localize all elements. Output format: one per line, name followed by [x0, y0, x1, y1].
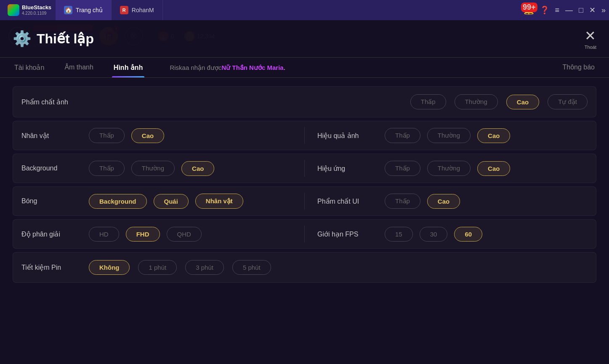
notification-button[interactable]: 🔔 99+: [524, 5, 534, 15]
setting-row-do-phan-giai: Độ phân giải HD FHD QHD Giới hạn FPS 15 …: [13, 219, 596, 249]
label-tiet-kiem-pin: Tiết kiệm Pin: [21, 263, 89, 271]
opt-hu-thuong[interactable]: Thường: [427, 161, 471, 176]
setting-half-hieu-ung: Hiệu ứng Thấp Thường Cao: [317, 161, 588, 176]
opt-hqa-cao[interactable]: Cao: [477, 128, 510, 143]
setting-row-nhan-vat: Nhân vật Thấp Cao Hiệu quả ảnh Thấp Thườ…: [13, 121, 596, 150]
opt-tkp-1p[interactable]: 1 phút: [138, 260, 177, 275]
label-fps: Giới hạn FPS: [317, 230, 385, 238]
setting-half-do-phan-giai: Độ phân giải HD FHD QHD: [21, 227, 292, 242]
close-window-button[interactable]: ✕: [589, 5, 596, 15]
tab-hinh-anh[interactable]: Hình ảnh: [112, 58, 145, 77]
options-bong: Background Quái Nhân vật: [89, 194, 292, 209]
opt-hqa-thap[interactable]: Thấp: [385, 128, 420, 143]
opt-dpg-hd[interactable]: HD: [89, 227, 119, 242]
tab-am-thanh[interactable]: Âm thanh: [63, 58, 95, 77]
opt-bg-cao[interactable]: Cao: [181, 161, 214, 176]
settings-header: ⚙️ Thiết lập ✕ Thoát: [0, 20, 609, 58]
label-background: Background: [21, 165, 89, 172]
tab-home[interactable]: 🏠 Trang chủ: [56, 0, 112, 20]
opt-hu-cao[interactable]: Cao: [477, 161, 510, 176]
close-x-icon: ✕: [585, 28, 596, 44]
game-icon: R: [120, 6, 128, 14]
more-button[interactable]: »: [601, 6, 606, 15]
opt-pcu-thap[interactable]: Thấp: [385, 194, 420, 209]
close-label: Thoát: [585, 45, 596, 50]
notification-badge: 99+: [521, 3, 537, 12]
app-name: BlueStacks: [22, 5, 51, 11]
options-tiet-kiem-pin: Không 1 phút 3 phút 5 phút: [89, 260, 588, 275]
opt-nhan-vat-cao[interactable]: Cao: [131, 128, 164, 143]
opt-bg-thuong[interactable]: Thường: [131, 161, 175, 176]
opt-bong-background[interactable]: Background: [89, 194, 147, 209]
label-pham-chat-anh: Phẩm chất ảnh: [21, 98, 89, 106]
setting-half-nhan-vat: Nhân vật Thấp Cao: [21, 128, 292, 143]
opt-fps-60[interactable]: 60: [454, 227, 482, 242]
minimize-button[interactable]: —: [565, 6, 573, 15]
settings-title: Thiết lập: [37, 31, 585, 47]
label-do-phan-giai: Độ phân giải: [21, 230, 89, 238]
label-pham-chat-ui: Phẩm chất UI: [317, 197, 385, 205]
divider3: [304, 193, 305, 210]
opt-hu-thap[interactable]: Thấp: [385, 161, 420, 176]
settings-close-button[interactable]: ✕ Thoát: [585, 28, 596, 50]
setting-half-fps: Giới hạn FPS 15 30 60: [317, 227, 588, 242]
marquee-area: Riskaa nhận được Nữ Thần Nước Maria .: [170, 58, 285, 77]
title-bar: BlueStacks 4.220.0.1109 🏠 Trang chủ R Ro…: [0, 0, 609, 20]
window-controls: 🔔 99+ ❓ ≡ — □ ✕ »: [524, 5, 606, 15]
options-background: Thấp Thường Cao: [89, 161, 292, 176]
settings-content: Phẩm chất ảnh Thấp Thường Cao Tự đặt Nhâ…: [0, 78, 609, 364]
label-hieu-ung: Hiệu ứng: [317, 165, 385, 173]
setting-half-pham-chat-ui: Phẩm chất UI Thấp Cao: [317, 194, 588, 209]
opt-pham-chat-thap[interactable]: Thấp: [410, 94, 446, 109]
setting-row-pham-chat-anh: Phẩm chất ảnh Thấp Thường Cao Tự đặt: [13, 86, 596, 117]
opt-nhan-vat-thap[interactable]: Thấp: [89, 128, 125, 143]
label-hieu-qua-anh: Hiệu quả ảnh: [317, 132, 385, 140]
opt-fps-15[interactable]: 15: [385, 227, 413, 242]
options-hieu-qua-anh: Thấp Thường Cao: [385, 128, 588, 143]
setting-half-background: Background Thấp Thường Cao: [21, 161, 292, 176]
setting-row-background: Background Thấp Thường Cao Hiệu ứng Thấp…: [13, 154, 596, 183]
opt-pham-chat-thuong[interactable]: Thường: [455, 94, 498, 109]
setting-half-bong: Bóng Background Quái Nhân vật: [21, 194, 292, 209]
help-button[interactable]: ❓: [540, 5, 549, 15]
app-logo: BlueStacks 4.220.0.1109: [3, 4, 56, 16]
tab-thong-bao[interactable]: Thông báo: [561, 58, 596, 77]
menu-button[interactable]: ≡: [555, 6, 560, 15]
settings-gear-icon: ⚙️: [13, 30, 32, 48]
label-bong: Bóng: [21, 197, 89, 205]
divider2: [304, 160, 305, 177]
opt-tkp-khong[interactable]: Không: [89, 260, 130, 275]
setting-row-tiet-kiem-pin: Tiết kiệm Pin Không 1 phút 3 phút 5 phút: [13, 252, 596, 283]
logo-icon: [8, 4, 19, 16]
opt-tkp-5p[interactable]: 5 phút: [232, 260, 271, 275]
settings-panel: ⚙️ Thiết lập ✕ Thoát Tài khoản Âm thanh …: [0, 20, 609, 364]
divider4: [304, 226, 305, 242]
options-pham-chat-ui: Thấp Cao: [385, 194, 588, 209]
options-fps: 15 30 60: [385, 227, 588, 242]
game-area: 2 380/380 200/200 Lực chiến đấ: [0, 20, 609, 364]
opt-fps-30[interactable]: 30: [420, 227, 448, 242]
options-do-phan-giai: HD FHD QHD: [89, 227, 292, 242]
app-version: 4.220.0.1109: [22, 11, 51, 16]
tab-tai-khoan[interactable]: Tài khoản: [13, 58, 46, 77]
settings-tabs: Tài khoản Âm thanh Hình ảnh Riskaa nhận …: [0, 58, 609, 78]
options-pham-chat-anh: Thấp Thường Cao Tự đặt: [89, 94, 588, 109]
options-hieu-ung: Thấp Thường Cao: [385, 161, 588, 176]
opt-bong-nhan-vat[interactable]: Nhân vật: [195, 194, 243, 209]
opt-hqa-thuong[interactable]: Thường: [427, 128, 471, 143]
opt-pcu-cao[interactable]: Cao: [427, 194, 460, 209]
opt-dpg-qhd[interactable]: QHD: [167, 227, 202, 242]
opt-bg-thap[interactable]: Thấp: [89, 161, 125, 176]
tab-game[interactable]: R RohanM: [112, 0, 163, 20]
home-icon: 🏠: [64, 6, 72, 14]
maximize-button[interactable]: □: [579, 6, 583, 15]
setting-row-bong: Bóng Background Quái Nhân vật Phẩm chất …: [13, 186, 596, 216]
opt-pham-chat-cao[interactable]: Cao: [506, 95, 539, 109]
opt-dpg-fhd[interactable]: FHD: [126, 227, 160, 242]
setting-half-hieu-qua-anh: Hiệu quả ảnh Thấp Thường Cao: [317, 128, 588, 143]
opt-pham-chat-tu-dat[interactable]: Tự đặt: [548, 94, 588, 109]
options-nhan-vat: Thấp Cao: [89, 128, 292, 143]
opt-tkp-3p[interactable]: 3 phút: [185, 260, 224, 275]
label-nhan-vat: Nhân vật: [21, 132, 89, 140]
opt-bong-quai[interactable]: Quái: [154, 194, 189, 209]
